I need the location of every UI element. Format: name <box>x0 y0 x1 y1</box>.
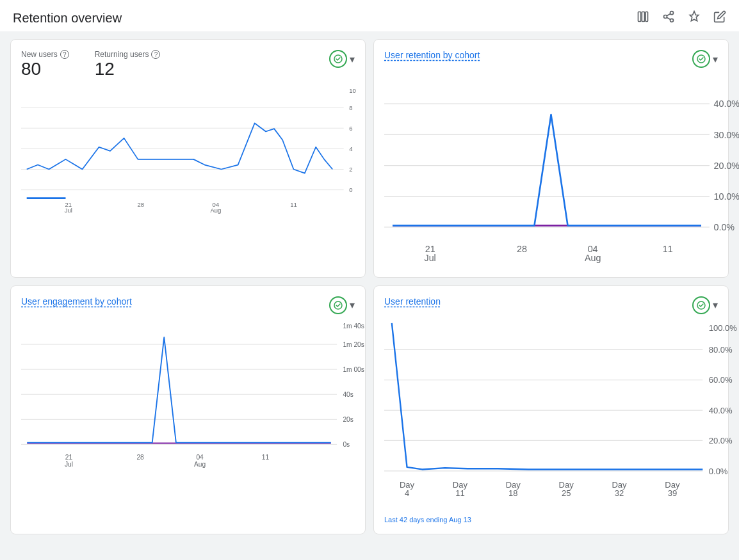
users-overview-card: New users ? 80 Returning users ? 12 <box>10 39 366 278</box>
returning-users-info-icon[interactable]: ? <box>151 50 160 59</box>
engagement-cohort-dropdown[interactable]: ▾ <box>350 299 355 311</box>
svg-text:Jul: Jul <box>424 253 435 263</box>
dashboard: New users ? 80 Returning users ? 12 <box>0 31 739 542</box>
svg-text:20s: 20s <box>343 416 353 423</box>
svg-text:0s: 0s <box>343 441 350 448</box>
svg-text:80.0%: 80.0% <box>709 345 733 355</box>
new-users-label: New users <box>21 50 58 59</box>
svg-text:4: 4 <box>405 488 409 497</box>
engagement-cohort-chart: 0s 20s 40s 1m 00s 1m 20s 1m 40s 21 Jul 2… <box>21 319 355 476</box>
new-users-metric: New users ? 80 <box>21 50 69 79</box>
users-check-button[interactable] <box>329 50 347 68</box>
engagement-cohort-line-chart: 0s 20s 40s 1m 00s 1m 20s 1m 40s 21 Jul 2… <box>21 319 355 474</box>
svg-text:1m 20s: 1m 20s <box>343 340 364 348</box>
retention-action: ▾ <box>692 296 718 314</box>
svg-text:11: 11 <box>290 201 297 208</box>
edit-icon[interactable] <box>713 10 726 26</box>
returning-users-label: Returning users <box>95 50 149 59</box>
engagement-cohort-header: User engagement by cohort ▾ <box>21 296 355 314</box>
share-icon[interactable] <box>662 10 675 26</box>
svg-text:100.0%: 100.0% <box>709 323 738 332</box>
svg-text:Jul: Jul <box>65 460 73 467</box>
engagement-cohort-check-button[interactable] <box>329 296 347 314</box>
svg-text:6: 6 <box>349 125 352 132</box>
returning-users-value: 12 <box>95 59 161 79</box>
users-card-action: ▾ <box>329 50 355 68</box>
users-dropdown-arrow[interactable]: ▾ <box>350 53 355 65</box>
retention-chart: 0.0% 20.0% 40.0% 60.0% 80.0% 100.0% Day … <box>384 319 718 511</box>
page-title: Retention overview <box>13 11 122 26</box>
svg-point-3 <box>670 12 674 15</box>
retention-cohort-line-chart: 0.0% 10.0% 20.0% 30.0% 40.0% 21 Jul 28 0… <box>384 73 718 265</box>
svg-text:Aug: Aug <box>194 460 206 467</box>
svg-text:28: 28 <box>517 244 527 254</box>
svg-rect-0 <box>638 12 641 22</box>
svg-text:04: 04 <box>196 453 204 460</box>
users-chart: 0 2 4 6 8 10 21 Jul 28 04 Aug 11 <box>21 87 355 217</box>
retention-cohort-check-button[interactable] <box>692 50 710 68</box>
metrics-row: New users ? 80 Returning users ? 12 <box>21 50 160 79</box>
svg-text:11: 11 <box>262 453 270 460</box>
engagement-cohort-action: ▾ <box>329 296 355 314</box>
svg-text:0.0%: 0.0% <box>713 222 735 232</box>
engagement-cohort-title: User engagement by cohort <box>21 296 132 307</box>
svg-rect-2 <box>646 12 647 22</box>
svg-text:10: 10 <box>349 87 356 94</box>
retention-title: User retention <box>384 296 441 307</box>
svg-text:21: 21 <box>65 453 73 460</box>
svg-text:20.0%: 20.0% <box>713 161 739 171</box>
svg-text:25: 25 <box>562 488 571 497</box>
svg-point-5 <box>670 19 674 22</box>
users-card-header: New users ? 80 Returning users ? 12 <box>21 50 355 82</box>
engagement-cohort-card: User engagement by cohort ▾ <box>10 285 366 534</box>
retention-check-button[interactable] <box>692 296 710 314</box>
svg-text:0.0%: 0.0% <box>709 466 728 476</box>
retention-dropdown[interactable]: ▾ <box>713 299 718 311</box>
retention-header: User retention ▾ <box>384 296 718 314</box>
svg-point-4 <box>664 15 667 19</box>
svg-line-6 <box>667 17 670 19</box>
svg-text:20.0%: 20.0% <box>709 436 733 445</box>
svg-text:11: 11 <box>455 488 464 497</box>
svg-text:40.0%: 40.0% <box>713 99 739 109</box>
new-users-info-icon[interactable]: ? <box>60 50 69 59</box>
svg-rect-1 <box>642 12 644 22</box>
svg-text:Aug: Aug <box>210 207 221 214</box>
retention-cohort-header: User retention by cohort ▾ <box>384 50 718 68</box>
retention-footnote: Last 42 days ending Aug 13 <box>384 516 718 524</box>
retention-cohort-chart: 0.0% 10.0% 20.0% 30.0% 40.0% 21 Jul 28 0… <box>384 73 718 267</box>
retention-cohort-dropdown[interactable]: ▾ <box>713 53 718 65</box>
pin-icon[interactable] <box>688 10 701 26</box>
retention-cohort-card: User retention by cohort ▾ <box>373 39 729 278</box>
page-header: Retention overview <box>0 0 739 31</box>
retention-cohort-title: User retention by cohort <box>384 50 480 60</box>
svg-text:4: 4 <box>349 145 353 152</box>
svg-text:30.0%: 30.0% <box>713 130 739 140</box>
svg-text:60.0%: 60.0% <box>709 375 733 385</box>
svg-text:28: 28 <box>137 201 144 208</box>
columns-icon[interactable] <box>637 10 649 26</box>
svg-text:1m 40s: 1m 40s <box>343 323 364 330</box>
svg-text:40s: 40s <box>343 391 353 398</box>
svg-text:11: 11 <box>663 244 673 254</box>
svg-text:1m 00s: 1m 00s <box>343 365 364 372</box>
svg-text:18: 18 <box>508 488 517 497</box>
svg-text:Aug: Aug <box>585 253 601 263</box>
svg-text:10.0%: 10.0% <box>713 191 739 202</box>
svg-text:28: 28 <box>136 453 144 460</box>
users-line-chart: 0 2 4 6 8 10 21 Jul 28 04 Aug 11 <box>21 87 355 215</box>
retention-line-chart: 0.0% 20.0% 40.0% 60.0% 80.0% 100.0% Day … <box>384 319 718 509</box>
svg-line-7 <box>667 13 670 15</box>
header-actions <box>637 10 726 26</box>
retention-card: User retention ▾ 0.0% <box>373 285 729 534</box>
svg-text:40.0%: 40.0% <box>709 405 733 415</box>
svg-text:32: 32 <box>615 488 624 497</box>
svg-text:39: 39 <box>668 488 677 497</box>
svg-text:2: 2 <box>349 166 352 173</box>
new-users-value: 80 <box>21 59 69 79</box>
svg-text:0: 0 <box>349 186 352 193</box>
svg-text:Jul: Jul <box>65 207 72 214</box>
svg-text:8: 8 <box>349 104 352 111</box>
retention-cohort-action: ▾ <box>692 50 718 68</box>
returning-users-metric: Returning users ? 12 <box>95 50 161 79</box>
